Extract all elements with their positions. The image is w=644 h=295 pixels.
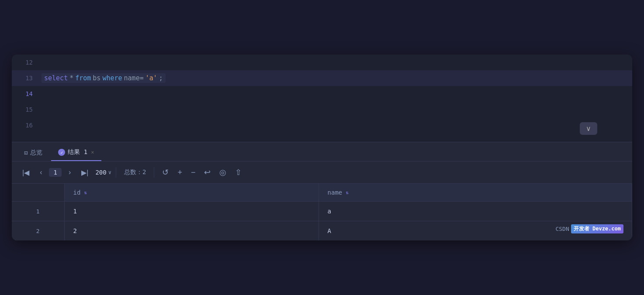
line-num-12: 12 — [17, 59, 33, 66]
code-line-15: 15 — [12, 102, 632, 117]
tab-result-label: 结果 1 — [68, 148, 87, 156]
code-editor[interactable]: 12 13 select * from bs where name= 'a' ; — [12, 55, 632, 142]
code-line-12: 12 — [12, 55, 632, 70]
tab-overview[interactable]: ⊡ 总览 — [17, 144, 49, 161]
remove-row-button[interactable]: − — [187, 165, 199, 180]
table-header-rownum — [12, 184, 64, 202]
overview-icon: ⊡ — [24, 149, 28, 156]
code-line-13: 13 select * from bs where name= 'a' ; — [12, 70, 632, 86]
table-body: 1 1 a 2 2 A — [12, 202, 632, 241]
line-num-14: 14 — [17, 90, 33, 97]
last-page-button[interactable]: ▶| — [78, 166, 92, 179]
code-content-13: select * from bs where name= 'a' ; — [42, 73, 166, 83]
bottom-panel: ⊡ 总览 ✓ 结果 1 × |◀ ‹ 1 › ▶| 200 ∨ — [12, 142, 632, 240]
tabs-bar: ⊡ 总览 ✓ 结果 1 × — [12, 142, 632, 161]
row-num-2: 2 — [12, 221, 64, 241]
cell-id-1[interactable]: 1 — [64, 202, 319, 221]
table-row: 1 1 a — [12, 202, 632, 221]
collapse-button[interactable]: ∨ — [580, 122, 597, 135]
kw-condition: name= — [124, 74, 144, 82]
editor-area: 12 13 select * from bs where name= 'a' ; — [12, 55, 632, 142]
cell-name-2[interactable]: A — [319, 221, 632, 241]
kw-value: 'a' — [145, 74, 157, 82]
kw-select: select — [44, 74, 68, 82]
view-button[interactable]: ◎ — [216, 165, 230, 180]
code-line-16: 16 — [12, 117, 632, 133]
tab-result[interactable]: ✓ 结果 1 × — [51, 144, 101, 161]
kw-where: where — [102, 74, 122, 82]
cell-name-1[interactable]: a — [319, 202, 632, 221]
table-header-id[interactable]: id ⇅ — [64, 184, 319, 202]
table-row: 2 2 A — [12, 221, 632, 241]
undo-button[interactable]: ↩ — [201, 165, 214, 180]
toolbar-separator-1 — [116, 167, 116, 178]
line-num-13: 13 — [17, 75, 33, 82]
sort-icon-id[interactable]: ⇅ — [84, 190, 87, 196]
table-container: id ⇅ name ⇅ 1 — [12, 184, 632, 240]
kw-star: * — [69, 74, 73, 82]
col-name-label: name — [328, 189, 343, 196]
table-header-name[interactable]: name ⇅ — [319, 184, 632, 202]
per-page-selector[interactable]: 200 ∨ — [95, 169, 111, 176]
refresh-button[interactable]: ↺ — [159, 165, 172, 180]
col-id-label: id — [73, 189, 81, 196]
kw-semi: ; — [159, 74, 163, 82]
sort-icon-name[interactable]: ⇅ — [346, 190, 349, 196]
prev-page-button[interactable]: ‹ — [36, 166, 45, 179]
toolbar-separator-2 — [154, 167, 154, 178]
line-num-16: 16 — [17, 122, 33, 129]
row-num-1: 1 — [12, 202, 64, 221]
result-table: id ⇅ name ⇅ 1 — [12, 184, 632, 240]
code-line-14: 14 — [12, 86, 632, 102]
per-page-value: 200 — [95, 169, 106, 176]
result-toolbar: |◀ ‹ 1 › ▶| 200 ∨ 总数：2 ↺ + − ↩ ◎ ⇧ — [12, 161, 632, 184]
current-page: 1 — [49, 168, 61, 177]
total-count: 总数：2 — [124, 168, 146, 176]
main-window: 12 13 select * from bs where name= 'a' ; — [12, 55, 632, 240]
tab-overview-label: 总览 — [30, 149, 42, 157]
line-num-15: 15 — [17, 106, 33, 113]
first-page-button[interactable]: |◀ — [19, 166, 33, 179]
result-check-icon: ✓ — [58, 149, 65, 156]
cell-id-2[interactable]: 2 — [64, 221, 319, 241]
tab-result-close[interactable]: × — [91, 149, 94, 155]
table-header-row: id ⇅ name ⇅ — [12, 184, 632, 202]
kw-from: from — [75, 74, 91, 82]
pagination-controls: |◀ ‹ 1 › ▶| — [19, 166, 92, 179]
add-row-button[interactable]: + — [174, 165, 186, 180]
next-page-button[interactable]: › — [65, 166, 74, 179]
sql-highlight: select * from bs where name= 'a' ; — [42, 73, 166, 83]
per-page-arrow: ∨ — [108, 169, 111, 175]
kw-table: bs — [93, 74, 100, 82]
export-button[interactable]: ⇧ — [232, 165, 245, 180]
